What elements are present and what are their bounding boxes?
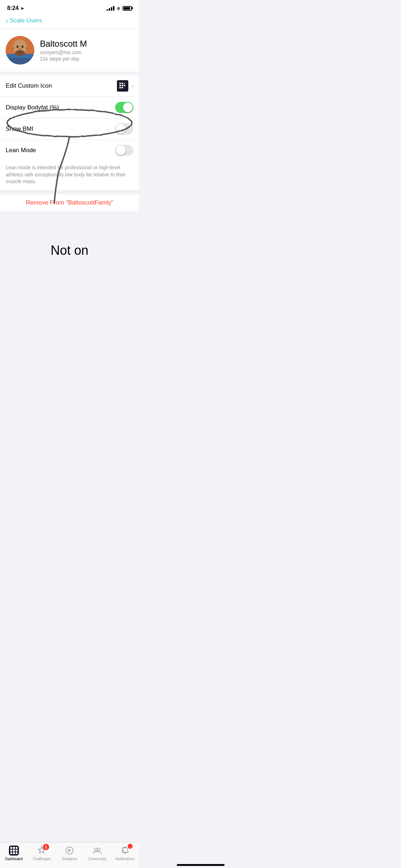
display-bodyfat-label: Display Bodyfat (%) (6, 104, 59, 111)
not-on-text: Not on (51, 243, 88, 258)
profile-email: ssmyers@me.com (40, 50, 87, 55)
svg-rect-17 (122, 85, 123, 86)
not-on-area: Not on (0, 215, 139, 286)
status-bar: 8:24 ➤ ⊕ (0, 0, 139, 14)
lean-mode-description: Lean mode is intended for professional o… (0, 161, 139, 191)
svg-rect-13 (9, 58, 31, 64)
svg-rect-21 (124, 83, 125, 84)
back-button[interactable]: ‹ Scale Users (6, 17, 42, 24)
profile-name: Baltoscott M (40, 39, 87, 49)
show-bmi-row[interactable]: Show BMI (0, 118, 139, 140)
back-chevron-icon: ‹ (6, 17, 8, 24)
svg-point-9 (16, 46, 19, 48)
battery-icon (123, 6, 132, 11)
svg-point-10 (21, 46, 24, 48)
signal-icon (107, 6, 114, 11)
svg-rect-15 (122, 83, 123, 84)
edit-custom-icon-label: Edit Custom Icon (6, 82, 52, 89)
profile-card: Baltoscott M ssmyers@me.com 21k steps pe… (0, 29, 139, 72)
back-label: Scale Users (10, 17, 42, 24)
link-icon: ⊕ (117, 6, 120, 11)
lean-mode-desc-text: Lean mode is intended for professional o… (6, 164, 133, 185)
svg-rect-19 (119, 87, 121, 88)
display-bodyfat-row[interactable]: Display Bodyfat (%) (0, 97, 139, 118)
lean-mode-toggle[interactable] (115, 145, 133, 156)
display-bodyfat-toggle[interactable] (115, 102, 133, 113)
avatar (6, 36, 34, 64)
chevron-right-icon: › (131, 82, 133, 90)
nav-header: ‹ Scale Users (0, 14, 139, 29)
svg-point-8 (26, 47, 29, 50)
remove-section: Remove From "BaltoscottFamly" (0, 194, 139, 211)
custom-icon-preview (117, 80, 128, 92)
svg-rect-18 (124, 85, 125, 86)
status-time: 8:24 (7, 5, 19, 11)
edit-custom-icon-row[interactable]: Edit Custom Icon › (0, 75, 139, 97)
lean-mode-label: Lean Mode (6, 147, 36, 154)
remove-button-label: Remove From "BaltoscottFamly" (26, 199, 113, 206)
location-arrow-icon: ➤ (20, 6, 24, 11)
show-bmi-toggle[interactable] (115, 123, 133, 134)
profile-steps: 21k steps per day (40, 56, 87, 62)
svg-point-12 (15, 50, 25, 56)
svg-point-7 (11, 47, 14, 50)
svg-rect-16 (119, 85, 121, 86)
settings-section: Edit Custom Icon › (0, 75, 139, 191)
lean-mode-row[interactable]: Lean Mode (0, 140, 139, 161)
svg-point-11 (19, 48, 21, 50)
show-bmi-label: Show BMI (6, 125, 33, 133)
svg-rect-20 (122, 87, 123, 88)
svg-rect-14 (119, 83, 121, 84)
remove-button[interactable]: Remove From "BaltoscottFamly" (0, 194, 139, 211)
